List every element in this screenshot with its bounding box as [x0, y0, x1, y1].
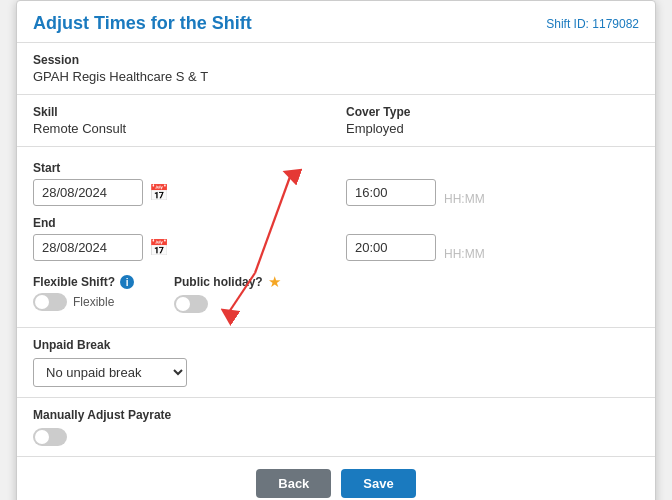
- cover-type-col: Cover Type Employed: [346, 105, 639, 136]
- end-label: End: [33, 216, 326, 230]
- start-time-placeholder: HH:MM: [444, 192, 485, 206]
- public-holiday-star-icon: ★: [268, 273, 281, 291]
- public-holiday-group: Public holiday? ★: [174, 273, 281, 313]
- unpaid-break-section: Unpaid Break No unpaid break 15 minutes …: [17, 328, 655, 398]
- shift-id-value: 1179082: [592, 17, 639, 31]
- start-date-input[interactable]: [33, 179, 143, 206]
- end-field-group: End 📅: [33, 216, 326, 261]
- flexible-row: Flexible Shift? i Flexible Public holida…: [33, 273, 639, 313]
- session-label: Session: [33, 53, 639, 67]
- flexible-label-row: Flexible Shift? i: [33, 275, 134, 289]
- skill-cover-section: Skill Remote Consult Cover Type Employed: [17, 95, 655, 147]
- public-holiday-label-row: Public holiday? ★: [174, 273, 281, 291]
- payrate-toggle-wrap: [33, 428, 639, 446]
- flexible-toggle-wrap: Flexible: [33, 293, 134, 311]
- payrate-toggle[interactable]: [33, 428, 67, 446]
- modal-title: Adjust Times for the Shift: [33, 13, 252, 34]
- start-field-group: Start 📅: [33, 161, 326, 206]
- flexible-label: Flexible Shift?: [33, 275, 115, 289]
- skill-label: Skill: [33, 105, 326, 119]
- session-value: GPAH Regis Healthcare S & T: [33, 69, 639, 84]
- form-section: Start 📅 HH:MM End 📅: [17, 147, 655, 328]
- end-calendar-icon[interactable]: 📅: [149, 238, 169, 257]
- end-time-placeholder: HH:MM: [444, 247, 485, 261]
- flexible-group: Flexible Shift? i Flexible: [33, 275, 134, 311]
- end-time-wrap: HH:MM: [346, 216, 639, 261]
- flexible-toggle[interactable]: [33, 293, 67, 311]
- flexible-info-icon[interactable]: i: [120, 275, 134, 289]
- start-date-wrap: 📅: [33, 179, 326, 206]
- payrate-section: Manually Adjust Payrate: [17, 398, 655, 456]
- modal-container: Adjust Times for the Shift Shift ID: 117…: [16, 0, 656, 500]
- end-row: End 📅 HH:MM: [33, 216, 639, 261]
- back-button[interactable]: Back: [256, 469, 331, 498]
- public-holiday-toggle-wrap: [174, 295, 281, 313]
- start-time-input[interactable]: [346, 179, 436, 206]
- end-date-input[interactable]: [33, 234, 143, 261]
- skill-col: Skill Remote Consult: [33, 105, 326, 136]
- start-label: Start: [33, 161, 326, 175]
- public-holiday-label: Public holiday?: [174, 275, 263, 289]
- start-time-wrap: HH:MM: [346, 161, 639, 206]
- start-row: Start 📅 HH:MM: [33, 161, 639, 206]
- session-section: Session GPAH Regis Healthcare S & T: [17, 43, 655, 95]
- unpaid-break-select-wrap: No unpaid break 15 minutes 30 minutes 45…: [33, 358, 639, 387]
- unpaid-break-label: Unpaid Break: [33, 338, 639, 352]
- flexible-toggle-label: Flexible: [73, 295, 114, 309]
- modal-footer: Back Save: [17, 456, 655, 500]
- shift-id-label: Shift ID:: [546, 17, 589, 31]
- cover-type-value: Employed: [346, 121, 639, 136]
- cover-type-label: Cover Type: [346, 105, 639, 119]
- save-button[interactable]: Save: [341, 469, 415, 498]
- modal-header: Adjust Times for the Shift Shift ID: 117…: [17, 1, 655, 43]
- end-date-wrap: 📅: [33, 234, 326, 261]
- end-time-input[interactable]: [346, 234, 436, 261]
- shift-id: Shift ID: 1179082: [546, 17, 639, 31]
- start-calendar-icon[interactable]: 📅: [149, 183, 169, 202]
- unpaid-break-select[interactable]: No unpaid break 15 minutes 30 minutes 45…: [33, 358, 187, 387]
- skill-value: Remote Consult: [33, 121, 326, 136]
- public-holiday-toggle[interactable]: [174, 295, 208, 313]
- payrate-label: Manually Adjust Payrate: [33, 408, 639, 422]
